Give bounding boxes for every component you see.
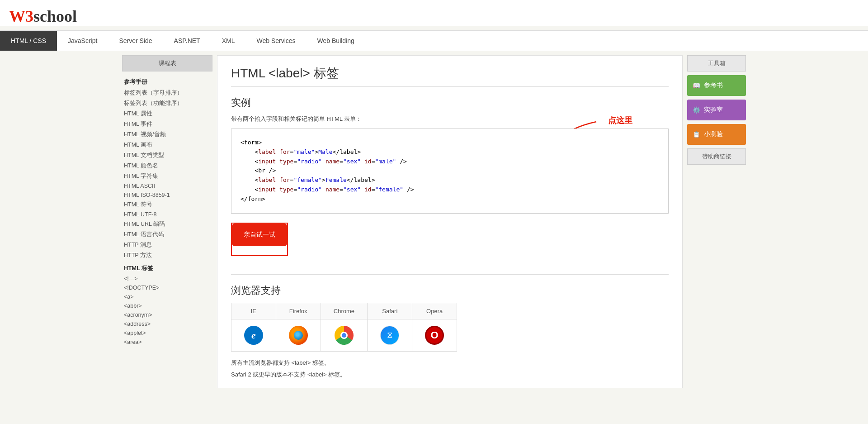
nav-item-server-side[interactable]: Server Side	[108, 31, 163, 51]
code-line-1: <form>	[241, 138, 659, 148]
sidebar-tag-comment[interactable]: <!--->	[122, 274, 212, 283]
lab-label: 实验室	[704, 106, 723, 114]
nav-item-html-css[interactable]: HTML / CSS	[0, 31, 57, 51]
quiz-icon: 📋	[693, 131, 700, 138]
reference-book-button[interactable]: 📖 参考书	[687, 75, 746, 96]
book-icon: 📖	[693, 82, 700, 89]
quiz-label: 小测验	[704, 130, 723, 138]
sidebar-link-canvas[interactable]: HTML 画布	[122, 140, 212, 150]
browser-opera-icon-cell: O	[412, 319, 457, 351]
code-line-5: <label for="female">Female</label>	[241, 176, 659, 185]
toolbox-header: 工具箱	[687, 55, 746, 71]
nav-item-aspnet[interactable]: ASP.NET	[163, 31, 211, 51]
browser-chrome-icon-cell	[321, 319, 368, 351]
sidebar-link-http-msg[interactable]: HTTP 消息	[122, 240, 212, 250]
nav-bar: HTML / CSS JavaScript Server Side ASP.NE…	[0, 30, 868, 51]
sidebar-link-attr[interactable]: HTML 属性	[122, 109, 212, 119]
sidebar-link-video[interactable]: HTML 视频/音频	[122, 129, 212, 140]
logo: W3school	[9, 7, 859, 26]
code-line-4: <br />	[241, 166, 659, 176]
quiz-button[interactable]: 📋 小测验	[687, 124, 746, 145]
reference-book-label: 参考书	[704, 81, 723, 90]
right-sidebar: 工具箱 📖 参考书 ⚙️ 实验室 📋 小测验 赞助商链接	[687, 55, 746, 388]
sidebar-tag-acronym[interactable]: <acronym>	[122, 310, 212, 319]
sidebar-section-tags: HTML 标签	[122, 261, 212, 274]
code-line-2: <label for="male">Male</label>	[241, 148, 659, 157]
safari-icon: ⧖	[380, 326, 399, 345]
logo-w3: W3	[9, 7, 33, 26]
sidebar-tag-doctype[interactable]: <!DOCTYPE>	[122, 283, 212, 292]
sidebar-header: 课程表	[122, 55, 212, 71]
lab-button[interactable]: ⚙️ 实验室	[687, 100, 746, 120]
code-annotation-container: 点这里 <form> <label for="male">Male</label…	[231, 129, 669, 214]
example-title: 实例	[231, 96, 669, 110]
sidebar: 课程表 参考手册 标签列表（字母排序） 标签列表（功能排序） HTML 属性 H…	[122, 55, 212, 388]
browser-firefox-icon-cell	[276, 319, 321, 351]
table-row: e ⧖	[231, 319, 457, 351]
sidebar-section-reference: 参考手册	[122, 75, 212, 88]
code-box: <form> <label for="male">Male</label> <i…	[231, 129, 669, 214]
nav-item-xml[interactable]: XML	[211, 31, 246, 51]
sidebar-tag-abbr[interactable]: <abbr>	[122, 301, 212, 310]
try-it-button[interactable]: 亲自试一试	[234, 225, 285, 244]
sidebar-tag-address[interactable]: <address>	[122, 319, 212, 329]
click-here-text: 点这里	[608, 115, 632, 126]
browser-header-firefox: Firefox	[276, 303, 321, 319]
divider	[231, 274, 669, 275]
logo-school: school	[33, 7, 77, 26]
browser-header-opera: Opera	[412, 303, 457, 319]
sidebar-link-symbols[interactable]: HTML 符号	[122, 200, 212, 210]
code-line-7: </form>	[241, 195, 659, 204]
browser-ie-icon-cell: e	[231, 319, 276, 351]
sidebar-link-events[interactable]: HTML 事件	[122, 119, 212, 129]
lab-icon: ⚙️	[693, 106, 700, 114]
browser-support-table: IE Firefox Chrome Safari Opera e	[231, 303, 457, 352]
sidebar-link-iso[interactable]: HTML ISO-8859-1	[122, 191, 212, 200]
ie-icon: e	[244, 326, 263, 345]
sidebar-link-colornames[interactable]: HTML 颜色名	[122, 161, 212, 171]
sidebar-link-charset[interactable]: HTML 字符集	[122, 171, 212, 181]
browser-support-title: 浏览器支持	[231, 284, 669, 297]
support-note-1: 所有主流浏览器都支持 <label> 标签。	[231, 359, 669, 367]
browser-safari-icon-cell: ⧖	[368, 319, 412, 351]
code-line-6: <input type="radio" name="sex" id="femal…	[241, 185, 659, 195]
browser-header-safari: Safari	[368, 303, 412, 319]
opera-icon: O	[425, 326, 444, 345]
sidebar-link-tag-alpha[interactable]: 标签列表（字母排序）	[122, 88, 212, 98]
chrome-icon	[335, 326, 354, 345]
sidebar-link-utf8[interactable]: HTML UTF-8	[122, 210, 212, 219]
sidebar-link-tag-func[interactable]: 标签列表（功能排序）	[122, 98, 212, 109]
nav-item-web-services[interactable]: Web Services	[245, 31, 306, 51]
sidebar-link-ascii[interactable]: HTML ASCII	[122, 181, 212, 191]
sidebar-link-langcode[interactable]: HTML 语言代码	[122, 229, 212, 240]
sponsor-header: 赞助商链接	[687, 148, 746, 165]
main-content: HTML <label> 标签 实例 带有两个输入字段和相关标记的简单 HTML…	[217, 55, 683, 388]
firefox-icon	[289, 326, 308, 345]
main-layout: 课程表 参考手册 标签列表（字母排序） 标签列表（功能排序） HTML 属性 H…	[118, 51, 750, 393]
sidebar-link-doctype[interactable]: HTML 文档类型	[122, 150, 212, 161]
try-button-wrapper: 亲自试一试	[231, 223, 288, 256]
sidebar-link-http-method[interactable]: HTTP 方法	[122, 250, 212, 261]
browser-header-chrome: Chrome	[321, 303, 368, 319]
nav-item-web-building[interactable]: Web Building	[307, 31, 365, 51]
browser-header-ie: IE	[231, 303, 276, 319]
sidebar-tag-applet[interactable]: <applet>	[122, 329, 212, 338]
sidebar-link-urlencode[interactable]: HTML URL 编码	[122, 219, 212, 229]
sidebar-tag-area[interactable]: <area>	[122, 338, 212, 347]
code-line-3: <input type="radio" name="sex" id="male"…	[241, 157, 659, 167]
support-note-2: Safari 2 或更早的版本不支持 <label> 标签。	[231, 371, 669, 379]
page-title: HTML <label> 标签	[231, 65, 669, 87]
sidebar-tag-a[interactable]: <a>	[122, 292, 212, 301]
nav-item-javascript[interactable]: JavaScript	[57, 31, 108, 51]
